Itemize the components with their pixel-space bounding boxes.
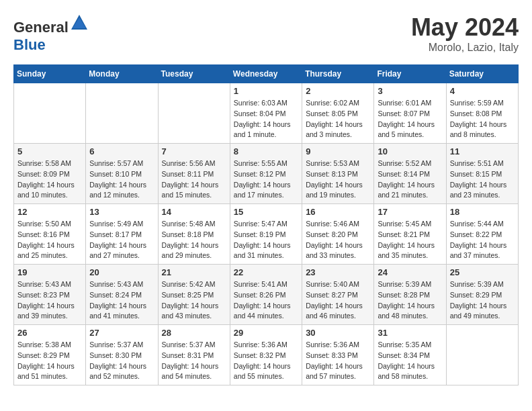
day-info: Sunrise: 5:38 AM Sunset: 8:29 PM Dayligh… <box>17 340 82 382</box>
calendar-cell: 31Sunrise: 5:35 AM Sunset: 8:34 PM Dayli… <box>374 325 446 385</box>
calendar-week-5: 26Sunrise: 5:38 AM Sunset: 8:29 PM Dayli… <box>14 325 519 385</box>
day-number: 3 <box>378 86 442 96</box>
calendar-week-4: 19Sunrise: 5:43 AM Sunset: 8:23 PM Dayli… <box>14 265 519 325</box>
day-number: 31 <box>378 328 442 338</box>
day-number: 17 <box>378 207 442 217</box>
day-header-tuesday: Tuesday <box>158 65 230 83</box>
day-info: Sunrise: 5:46 AM Sunset: 8:20 PM Dayligh… <box>306 219 370 261</box>
day-number: 13 <box>89 207 154 217</box>
calendar-cell: 10Sunrise: 5:52 AM Sunset: 8:14 PM Dayli… <box>374 144 446 204</box>
calendar-cell: 3Sunrise: 6:01 AM Sunset: 8:07 PM Daylig… <box>374 83 446 144</box>
day-number: 21 <box>162 267 226 277</box>
day-info: Sunrise: 5:58 AM Sunset: 8:09 PM Dayligh… <box>17 158 82 201</box>
day-number: 2 <box>306 86 370 96</box>
calendar-cell <box>14 83 86 144</box>
day-info: Sunrise: 5:36 AM Sunset: 8:33 PM Dayligh… <box>306 340 370 382</box>
day-number: 6 <box>89 146 154 156</box>
logo-text: General Blue <box>13 13 89 54</box>
calendar-cell: 7Sunrise: 5:56 AM Sunset: 8:11 PM Daylig… <box>158 144 230 204</box>
day-info: Sunrise: 5:41 AM Sunset: 8:26 PM Dayligh… <box>234 279 298 322</box>
day-info: Sunrise: 5:48 AM Sunset: 8:18 PM Dayligh… <box>162 219 226 261</box>
day-info: Sunrise: 5:56 AM Sunset: 8:11 PM Dayligh… <box>162 158 226 201</box>
calendar-cell <box>86 83 158 144</box>
calendar-cell: 1Sunrise: 6:03 AM Sunset: 8:04 PM Daylig… <box>230 83 302 144</box>
calendar-cell: 23Sunrise: 5:40 AM Sunset: 8:27 PM Dayli… <box>302 265 374 325</box>
title-block: May 2024 Morolo, Lazio, Italy <box>411 13 519 54</box>
day-number: 4 <box>450 86 515 96</box>
day-header-wednesday: Wednesday <box>230 65 302 83</box>
day-number: 19 <box>17 267 82 277</box>
day-info: Sunrise: 5:36 AM Sunset: 8:32 PM Dayligh… <box>234 340 298 382</box>
location-title: Morolo, Lazio, Italy <box>411 42 519 54</box>
day-number: 29 <box>234 328 298 338</box>
day-info: Sunrise: 5:43 AM Sunset: 8:24 PM Dayligh… <box>89 279 154 322</box>
svg-marker-1 <box>73 17 86 28</box>
day-info: Sunrise: 5:52 AM Sunset: 8:14 PM Dayligh… <box>378 158 442 201</box>
calendar-cell: 4Sunrise: 5:59 AM Sunset: 8:08 PM Daylig… <box>446 83 518 144</box>
calendar-cell: 27Sunrise: 5:37 AM Sunset: 8:30 PM Dayli… <box>86 325 158 385</box>
day-info: Sunrise: 5:55 AM Sunset: 8:12 PM Dayligh… <box>234 158 298 201</box>
day-info: Sunrise: 5:57 AM Sunset: 8:10 PM Dayligh… <box>89 158 154 201</box>
logo-blue: Blue <box>13 36 46 53</box>
page-header: General Blue May 2024 Morolo, Lazio, Ita… <box>13 13 519 54</box>
day-number: 11 <box>450 146 515 156</box>
day-info: Sunrise: 5:37 AM Sunset: 8:30 PM Dayligh… <box>89 340 154 382</box>
calendar-cell: 6Sunrise: 5:57 AM Sunset: 8:10 PM Daylig… <box>86 144 158 204</box>
calendar-cell: 17Sunrise: 5:45 AM Sunset: 8:21 PM Dayli… <box>374 204 446 265</box>
day-number: 15 <box>234 207 298 217</box>
day-info: Sunrise: 5:40 AM Sunset: 8:27 PM Dayligh… <box>306 279 370 322</box>
calendar-cell: 12Sunrise: 5:50 AM Sunset: 8:16 PM Dayli… <box>14 204 86 265</box>
calendar-week-2: 5Sunrise: 5:58 AM Sunset: 8:09 PM Daylig… <box>14 144 519 204</box>
day-info: Sunrise: 5:43 AM Sunset: 8:23 PM Dayligh… <box>17 279 82 322</box>
day-number: 25 <box>450 267 515 277</box>
calendar-cell: 16Sunrise: 5:46 AM Sunset: 8:20 PM Dayli… <box>302 204 374 265</box>
day-header-thursday: Thursday <box>302 65 374 83</box>
calendar-cell: 22Sunrise: 5:41 AM Sunset: 8:26 PM Dayli… <box>230 265 302 325</box>
calendar-cell: 5Sunrise: 5:58 AM Sunset: 8:09 PM Daylig… <box>14 144 86 204</box>
day-info: Sunrise: 5:39 AM Sunset: 8:29 PM Dayligh… <box>450 279 515 322</box>
day-info: Sunrise: 5:49 AM Sunset: 8:17 PM Dayligh… <box>89 219 154 261</box>
day-number: 23 <box>306 267 370 277</box>
calendar-cell: 9Sunrise: 5:53 AM Sunset: 8:13 PM Daylig… <box>302 144 374 204</box>
calendar-cell: 20Sunrise: 5:43 AM Sunset: 8:24 PM Dayli… <box>86 265 158 325</box>
calendar-cell: 11Sunrise: 5:51 AM Sunset: 8:15 PM Dayli… <box>446 144 518 204</box>
day-number: 20 <box>89 267 154 277</box>
calendar-cell: 13Sunrise: 5:49 AM Sunset: 8:17 PM Dayli… <box>86 204 158 265</box>
calendar-cell: 18Sunrise: 5:44 AM Sunset: 8:22 PM Dayli… <box>446 204 518 265</box>
day-number: 26 <box>17 328 82 338</box>
day-number: 24 <box>378 267 442 277</box>
calendar-cell <box>446 325 518 385</box>
day-number: 14 <box>162 207 226 217</box>
day-number: 7 <box>162 146 226 156</box>
logo-icon <box>70 13 89 32</box>
day-number: 27 <box>89 328 154 338</box>
day-info: Sunrise: 5:50 AM Sunset: 8:16 PM Dayligh… <box>17 219 82 261</box>
calendar-cell: 14Sunrise: 5:48 AM Sunset: 8:18 PM Dayli… <box>158 204 230 265</box>
calendar-cell: 26Sunrise: 5:38 AM Sunset: 8:29 PM Dayli… <box>14 325 86 385</box>
day-number: 30 <box>306 328 370 338</box>
calendar-cell: 15Sunrise: 5:47 AM Sunset: 8:19 PM Dayli… <box>230 204 302 265</box>
day-header-monday: Monday <box>86 65 158 83</box>
day-number: 10 <box>378 146 442 156</box>
calendar-week-3: 12Sunrise: 5:50 AM Sunset: 8:16 PM Dayli… <box>14 204 519 265</box>
calendar-header-row: SundayMondayTuesdayWednesdayThursdayFrid… <box>14 65 519 83</box>
month-title: May 2024 <box>411 13 519 42</box>
day-info: Sunrise: 5:51 AM Sunset: 8:15 PM Dayligh… <box>450 158 515 201</box>
logo: General Blue <box>13 13 89 54</box>
day-info: Sunrise: 5:59 AM Sunset: 8:08 PM Dayligh… <box>450 98 515 140</box>
day-info: Sunrise: 5:39 AM Sunset: 8:28 PM Dayligh… <box>378 279 442 322</box>
day-number: 9 <box>306 146 370 156</box>
calendar-week-1: 1Sunrise: 6:03 AM Sunset: 8:04 PM Daylig… <box>14 83 519 144</box>
day-info: Sunrise: 5:45 AM Sunset: 8:21 PM Dayligh… <box>378 219 442 261</box>
day-number: 5 <box>17 146 82 156</box>
day-info: Sunrise: 5:53 AM Sunset: 8:13 PM Dayligh… <box>306 158 370 201</box>
day-info: Sunrise: 6:03 AM Sunset: 8:04 PM Dayligh… <box>234 98 298 140</box>
calendar-cell: 30Sunrise: 5:36 AM Sunset: 8:33 PM Dayli… <box>302 325 374 385</box>
day-info: Sunrise: 6:01 AM Sunset: 8:07 PM Dayligh… <box>378 98 442 140</box>
day-number: 18 <box>450 207 515 217</box>
calendar-cell: 8Sunrise: 5:55 AM Sunset: 8:12 PM Daylig… <box>230 144 302 204</box>
calendar-cell: 28Sunrise: 5:37 AM Sunset: 8:31 PM Dayli… <box>158 325 230 385</box>
calendar-cell: 21Sunrise: 5:42 AM Sunset: 8:25 PM Dayli… <box>158 265 230 325</box>
logo-general: General <box>13 19 69 36</box>
calendar-cell: 29Sunrise: 5:36 AM Sunset: 8:32 PM Dayli… <box>230 325 302 385</box>
